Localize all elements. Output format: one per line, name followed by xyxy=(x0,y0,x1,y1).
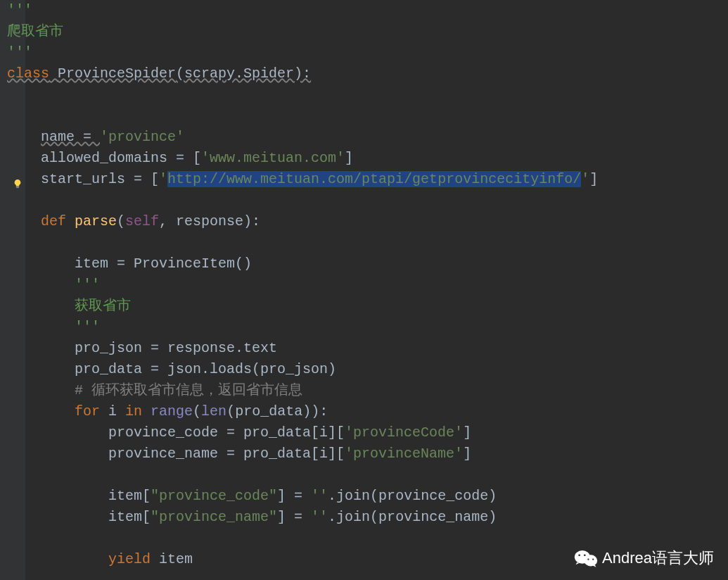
docstring-quote: ''' xyxy=(7,44,32,61)
string-literal: "province_code" xyxy=(151,488,277,504)
watermark-text: Andrea语言大师 xyxy=(602,548,714,569)
code-editor[interactable]: ''' 爬取省市 ''' class ProvinceSpider(scrapy… xyxy=(7,0,598,570)
keyword-for: for xyxy=(75,403,100,420)
docstring-quote: ''' xyxy=(75,319,100,335)
docstring-text: 爬取省市 xyxy=(7,23,63,39)
docstring-quote: ''' xyxy=(7,2,32,18)
string-literal: '' xyxy=(311,509,328,525)
svg-point-5 xyxy=(584,554,586,556)
function-name: parse xyxy=(75,213,117,229)
code-line: province_name = pro_data[i][ xyxy=(108,446,345,462)
builtin-len: len xyxy=(201,403,226,420)
svg-point-3 xyxy=(584,555,597,566)
self-param: self xyxy=(125,213,159,229)
code-line: pro_data = json.loads(pro_json) xyxy=(75,361,336,377)
builtin-range: range xyxy=(151,403,193,420)
code-line: item = ProvinceItem() xyxy=(75,256,252,272)
url-selection: http://www.meituan.com/ptapi/getprovince… xyxy=(167,171,581,187)
code-content: ''' 爬取省市 ''' class ProvinceSpider(scrapy… xyxy=(7,0,598,570)
string-literal: 'province' xyxy=(100,129,184,145)
string-literal: 'www.meituan.com' xyxy=(201,150,345,166)
class-base: (scrapy.Spider): xyxy=(176,65,311,82)
assign-urls: start_urls = [ xyxy=(41,171,159,187)
string-literal: 'provinceName' xyxy=(345,446,463,462)
string-literal: "province_name" xyxy=(151,509,277,525)
docstring-text: 获取省市 xyxy=(75,298,131,314)
assign-domains: allowed_domains = [ xyxy=(41,150,201,166)
docstring-quote: ''' xyxy=(75,277,100,293)
code-line: pro_json = response.text xyxy=(75,340,277,356)
svg-point-6 xyxy=(587,559,589,560)
string-literal: '' xyxy=(311,488,328,504)
keyword-in: in xyxy=(125,403,142,420)
string-literal: 'provinceCode' xyxy=(345,424,463,441)
svg-point-7 xyxy=(592,559,594,560)
class-name: ProvinceSpider xyxy=(58,65,176,82)
assign-name: name = xyxy=(41,129,100,145)
wechat-icon xyxy=(574,548,598,568)
svg-point-4 xyxy=(578,554,580,556)
code-line: province_code = pro_data[i][ xyxy=(108,424,345,441)
watermark: Andrea语言大师 xyxy=(574,548,714,569)
keyword-yield: yield xyxy=(108,551,151,567)
keyword-def: def xyxy=(41,213,66,229)
comment: # 循环获取省市信息，返回省市信息 xyxy=(75,382,302,398)
keyword-class: class xyxy=(7,65,49,82)
